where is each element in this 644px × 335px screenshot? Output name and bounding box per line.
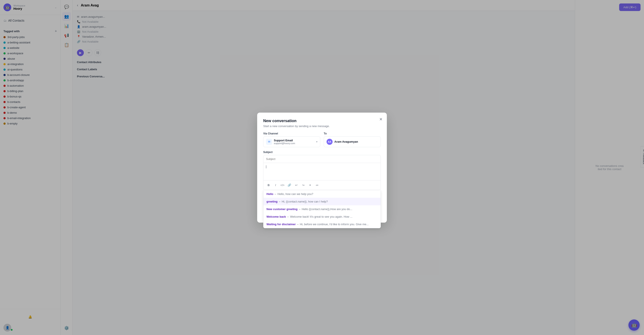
- subject-wrapper: Hello – Hello, how can we help you?greet…: [263, 155, 381, 190]
- channel-dropdown-icon: ▾: [316, 140, 318, 143]
- suggestions-list: Hello – Hello, how can we help you?greet…: [264, 190, 380, 228]
- suggestion-item[interactable]: New customer greeting – Hello {{contact.…: [264, 205, 380, 213]
- to-group: To AA Aram Avagumyan: [324, 132, 381, 147]
- undo-button[interactable]: ↩: [293, 182, 299, 188]
- redo-button[interactable]: ↪: [300, 182, 306, 188]
- link-toolbar-button[interactable]: 🔗: [286, 182, 292, 188]
- message-editor: B I </> 🔗 ↩ ↪ ≡ ≔: [263, 163, 381, 190]
- ordered-list-button[interactable]: ≔: [314, 182, 320, 188]
- channel-info: Support Email support@hoory.com: [274, 139, 314, 144]
- suggestion-sep: –: [297, 222, 298, 226]
- code-button[interactable]: </>: [280, 182, 286, 188]
- new-conversation-modal: ✕ New conversation Start a new conversat…: [257, 112, 387, 222]
- to-field: AA Aram Avagumyan: [324, 136, 381, 147]
- to-label: To: [324, 132, 381, 135]
- email-channel-icon: ✉: [266, 139, 272, 145]
- suggestion-title: New customer greeting: [266, 208, 298, 211]
- suggestion-title: greeting: [266, 200, 278, 203]
- bold-button[interactable]: B: [266, 182, 272, 188]
- modal-subtitle: Start a new conversation by sending a ne…: [263, 124, 381, 128]
- suggestion-item[interactable]: Welcome back – Welcome back! It's great …: [264, 213, 380, 220]
- subject-input[interactable]: [263, 155, 381, 163]
- suggestion-preview: Hello, how can we help you?: [278, 192, 313, 196]
- contact-avatar-sm: AA: [326, 139, 332, 145]
- via-channel-group: Via Channel ✉ Support Email support@hoor…: [263, 132, 320, 147]
- suggestion-item[interactable]: Hello – Hello, how can we help you?: [264, 190, 380, 198]
- editor-content[interactable]: [264, 163, 380, 180]
- suggestions-dropdown: Hello – Hello, how can we help you?greet…: [263, 190, 381, 228]
- suggestion-sep: –: [299, 208, 300, 211]
- suggestion-title: Welcome back: [266, 215, 286, 218]
- list-button[interactable]: ≡: [307, 182, 313, 188]
- channel-name: Support Email: [274, 139, 314, 142]
- modal-close-button[interactable]: ✕: [379, 117, 382, 122]
- suggestion-preview: Hi, {{contact.name}}, how can I help?: [282, 200, 328, 203]
- suggestion-title: Waiting for disclaimer: [266, 222, 296, 226]
- to-contact-name: Aram Avagumyan: [334, 140, 358, 143]
- channel-to-row: Via Channel ✉ Support Email support@hoor…: [263, 132, 381, 147]
- suggestion-sep: –: [287, 215, 289, 218]
- channel-select[interactable]: ✉ Support Email support@hoory.com ▾: [263, 136, 320, 147]
- modal-title: New conversation: [263, 119, 381, 123]
- subject-label: Subject: [263, 151, 381, 154]
- channel-email: support@hoory.com: [274, 142, 314, 144]
- editor-toolbar: B I </> 🔗 ↩ ↪ ≡ ≔: [264, 180, 380, 190]
- suggestion-item[interactable]: Waiting for disclaimer – Hi, before we c…: [264, 220, 380, 228]
- suggestion-item[interactable]: greeting – Hi, {{contact.name}}, how can…: [264, 198, 380, 205]
- via-channel-label: Via Channel: [263, 132, 320, 135]
- suggestion-sep: –: [279, 200, 280, 203]
- suggestion-preview: Welcome back! It's great to see you agai…: [290, 215, 352, 218]
- modal-backdrop[interactable]: ✕ New conversation Start a new conversat…: [0, 0, 644, 335]
- italic-button[interactable]: I: [272, 182, 278, 188]
- suggestion-preview: Hi, before we continue, I'd like to info…: [300, 222, 369, 226]
- text-cursor: [266, 165, 266, 168]
- suggestion-sep: –: [275, 192, 276, 196]
- suggestion-title: Hello: [266, 192, 274, 196]
- suggestion-preview: Hello {{contact.name}},How are you do...: [302, 208, 352, 211]
